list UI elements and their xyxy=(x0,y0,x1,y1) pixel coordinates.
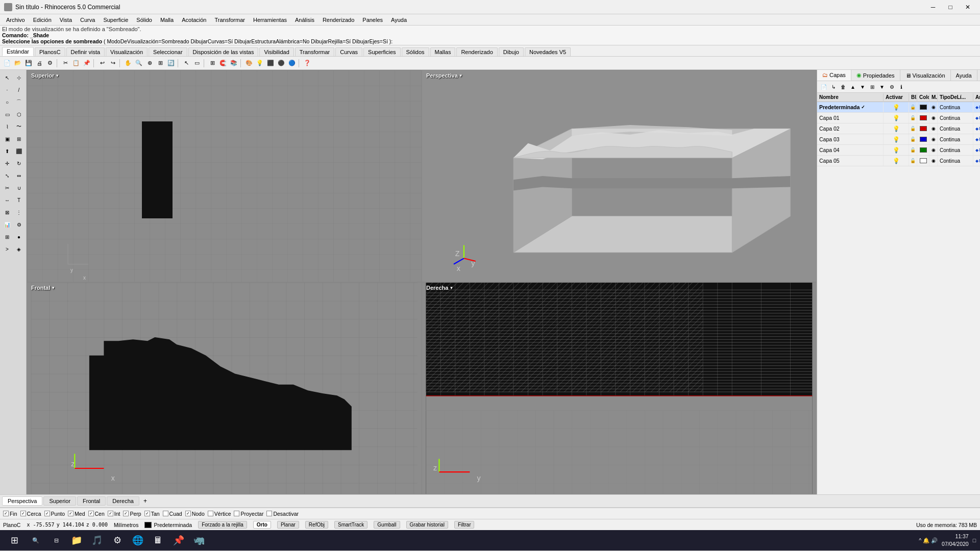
toolbar-tab-10[interactable]: Sólidos xyxy=(402,47,429,56)
snap-check-fin[interactable] xyxy=(3,511,9,516)
col-bl[interactable]: Bl. xyxy=(909,93,917,101)
vp-tab-perspectiva[interactable]: Perspectiva xyxy=(2,496,42,506)
menu-item-paneles[interactable]: Paneles xyxy=(358,14,387,25)
col-nombre[interactable]: Nombre xyxy=(817,93,884,101)
layer-options-button[interactable]: ⚙ xyxy=(887,82,896,91)
move-layer-down-button[interactable]: ▼ xyxy=(858,82,867,91)
render4-icon[interactable]: ⚫ xyxy=(276,58,286,68)
select2-tool-icon[interactable]: ⊹ xyxy=(13,72,24,83)
mesh-tool-icon[interactable]: ⊠ xyxy=(2,207,13,218)
menu-item-análisis[interactable]: Análisis xyxy=(291,14,318,25)
poly-tool-icon[interactable]: ⬡ xyxy=(13,109,24,120)
render2-icon[interactable]: 💡 xyxy=(255,58,265,68)
menu-item-acotación[interactable]: Acotación xyxy=(178,14,210,25)
toolbar-tab-8[interactable]: Curvas xyxy=(335,47,362,56)
maximize-button[interactable]: □ xyxy=(942,2,959,12)
layer-lock-0[interactable]: 🔓 xyxy=(909,102,917,112)
layer-color-1[interactable] xyxy=(917,113,929,123)
point-tool-icon[interactable]: · xyxy=(2,84,13,95)
viewport-menu-arrow-superior[interactable]: ▼ xyxy=(55,73,59,78)
toolbar-tab-14[interactable]: Novedades V5 xyxy=(525,47,571,56)
taskbar-pin-icon[interactable]: 📌 xyxy=(169,531,188,549)
viewport-perspectiva[interactable]: Perspectiva ▼ xyxy=(422,70,817,282)
planar-button[interactable]: Planar xyxy=(277,521,299,529)
settings-icon[interactable]: ⚙ xyxy=(45,58,55,68)
viewport-menu-arrow-frontal[interactable]: ▼ xyxy=(51,286,55,290)
pan-icon[interactable]: ✋ xyxy=(123,58,133,68)
menu-item-sólido[interactable]: Sólido xyxy=(132,14,156,25)
undo-icon[interactable]: ↩ xyxy=(97,58,107,68)
join-tool-icon[interactable]: ∪ xyxy=(13,182,24,193)
viewport-label-frontal[interactable]: Frontal ▼ xyxy=(31,285,55,291)
refobj-button[interactable]: RefObj xyxy=(305,521,328,529)
snap-item-med[interactable]: Med xyxy=(68,511,85,517)
zoom-icon[interactable]: 🔍 xyxy=(134,58,144,68)
help-icon[interactable]: ❓ xyxy=(302,58,312,68)
snap-to-grid-button[interactable]: Forzado a la rejilla xyxy=(198,521,247,529)
snap-item-cerca[interactable]: Cerca xyxy=(20,511,41,517)
layer-row-4[interactable]: Capa 04💡🔓◉Continua◆ Pre xyxy=(817,145,980,156)
snap-check-tan[interactable] xyxy=(144,511,150,516)
snap-check-punto[interactable] xyxy=(44,511,50,516)
snap-item-perp[interactable]: Perp xyxy=(123,511,141,517)
vp-tab-superior[interactable]: Superior xyxy=(43,496,76,506)
close-button[interactable]: ✕ xyxy=(960,2,976,12)
zoom-all-icon[interactable]: ⊞ xyxy=(155,58,165,68)
panel-tab-visualizacion[interactable]: 🖥 Visualización xyxy=(900,70,951,81)
vp-tab-frontal[interactable]: Frontal xyxy=(77,496,106,506)
viewport-label-derecha[interactable]: Derecha ▼ xyxy=(426,285,453,291)
arc-tool-icon[interactable]: ⌒ xyxy=(13,96,24,108)
nurbs-tool-icon[interactable]: 〜 xyxy=(13,121,24,132)
snap-check-cuad[interactable] xyxy=(163,511,168,516)
snap-check-vértice[interactable] xyxy=(208,511,213,516)
menu-item-transformar[interactable]: Transformar xyxy=(210,14,249,25)
col-m[interactable]: M. xyxy=(929,93,938,101)
layer-lock-1[interactable]: 🔓 xyxy=(909,113,917,123)
layer-icon[interactable]: 📚 xyxy=(229,58,239,68)
surface-tool-icon[interactable]: ▣ xyxy=(2,133,13,144)
menu-item-ayuda[interactable]: Ayuda xyxy=(387,14,411,25)
circle-tool-icon[interactable]: ○ xyxy=(2,96,13,108)
plugin-tool-icon[interactable]: ◈ xyxy=(13,243,24,255)
new-file-icon[interactable]: 📄 xyxy=(2,58,12,68)
snap-check-med[interactable] xyxy=(68,511,74,516)
snap-item-desactivar[interactable]: Desactivar xyxy=(266,511,299,517)
layer-row-0[interactable]: Predeterminada ✓💡🔓◉Continua◆ Pre xyxy=(817,102,980,113)
select-all-button[interactable]: ⊞ xyxy=(868,82,877,91)
filter-button[interactable]: Filtrar xyxy=(454,521,475,529)
record-history-button[interactable]: Grabar historial xyxy=(406,521,448,529)
open-icon[interactable]: 📂 xyxy=(13,58,23,68)
smarttrack-button[interactable]: SmartTrack xyxy=(334,521,368,529)
taskbar-taskview-icon[interactable]: ⊟ xyxy=(47,531,65,549)
snap-check-cen[interactable] xyxy=(88,511,94,516)
menu-item-vista[interactable]: Vista xyxy=(56,14,76,25)
extrude-tool-icon[interactable]: ⬆ xyxy=(2,145,13,157)
snap-check-int[interactable] xyxy=(108,511,113,516)
layer-activate-0[interactable]: 💡 xyxy=(884,102,909,112)
layout-tool-icon[interactable]: ⊞ xyxy=(2,231,13,242)
script-tool-icon[interactable]: > xyxy=(2,243,13,255)
taskbar-browser-icon[interactable]: 🌐 xyxy=(129,531,147,549)
window-select-icon[interactable]: ▭ xyxy=(192,58,202,68)
col-activar[interactable]: Activar xyxy=(884,93,909,101)
layer-lock-3[interactable]: 🔓 xyxy=(909,134,917,144)
layer-row-5[interactable]: Capa 05💡🔓◉Continua◆ Pre xyxy=(817,156,980,166)
snap-item-fin[interactable]: Fin xyxy=(3,511,17,517)
taskbar-file-explorer-icon[interactable]: 📁 xyxy=(67,531,86,549)
col-color[interactable]: Color xyxy=(917,93,929,101)
add-viewport-button[interactable]: + xyxy=(140,496,150,506)
snap-item-int[interactable]: Int xyxy=(108,511,120,517)
render-tool-icon[interactable]: ● xyxy=(13,231,24,242)
vp-tab-derecha[interactable]: Derecha xyxy=(107,496,139,506)
layer-material-0[interactable]: ◉ xyxy=(929,102,938,112)
snap-check-perp[interactable] xyxy=(123,511,129,516)
clock[interactable]: 11:37 07/04/2020 xyxy=(942,533,969,547)
render3-icon[interactable]: ⬛ xyxy=(265,58,276,68)
panel-tab-ayuda[interactable]: Ayuda xyxy=(951,70,977,81)
snap-check-proyectar[interactable] xyxy=(234,511,239,516)
delete-layer-button[interactable]: 🗑 xyxy=(839,82,848,91)
redo-icon[interactable]: ↪ xyxy=(108,58,118,68)
layer-row-1[interactable]: Capa 01💡🔓◉Continua◆ Pre xyxy=(817,113,980,123)
layer-lock-4[interactable]: 🔓 xyxy=(909,145,917,155)
layer-activate-1[interactable]: 💡 xyxy=(884,113,909,123)
